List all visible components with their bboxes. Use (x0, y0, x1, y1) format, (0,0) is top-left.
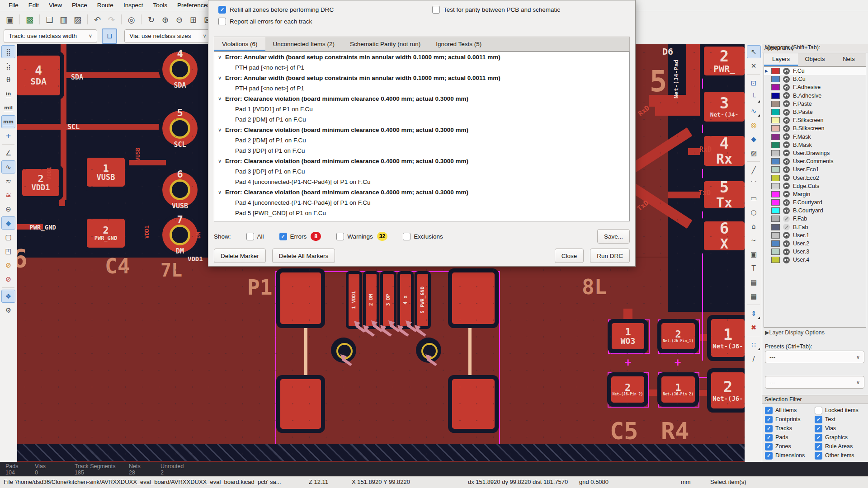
properties-panel-icon[interactable]: ⚙ (1, 304, 15, 317)
drc-tab-schematic-parity-not-run-[interactable]: Schematic Parity (not run) (342, 37, 428, 51)
violation-item[interactable]: Pad 3 [/DP] of P1 on F.Cu (214, 145, 629, 156)
polar-coords-icon[interactable]: θ (1, 73, 15, 86)
layer-color-swatch[interactable] (771, 175, 780, 181)
ratsnest-curved-icon[interactable]: ≈ (1, 174, 15, 188)
eye-icon[interactable] (783, 240, 790, 247)
layer-color-swatch[interactable] (771, 125, 780, 131)
zoom-in-icon[interactable]: ⊕ (159, 14, 171, 26)
chevron-down-icon[interactable]: ∨ (218, 189, 225, 195)
eye-icon[interactable] (783, 76, 790, 83)
layer-color-swatch[interactable] (771, 134, 780, 140)
board-text[interactable]: D6 (662, 47, 673, 56)
draw-arc-icon[interactable]: ⌒ (747, 178, 761, 191)
layer-row-user-drawings[interactable]: User.Drawings (764, 149, 866, 157)
route-tracks-icon[interactable]: └ (747, 90, 761, 103)
smd-pad[interactable]: 2PWR_ (704, 47, 745, 75)
eye-icon[interactable] (783, 100, 790, 107)
measure-tool-icon[interactable]: ∕ (747, 352, 761, 365)
smd-pad[interactable]: 6X (704, 221, 745, 250)
save-report-button[interactable]: Save... (597, 229, 630, 244)
chevron-down-icon[interactable]: ∨ (218, 96, 225, 102)
eye-icon[interactable] (783, 191, 790, 197)
net-highlight-tool-icon[interactable]: ✕ (747, 59, 761, 72)
copper-track[interactable] (59, 180, 65, 206)
eye-icon[interactable] (783, 141, 790, 148)
layer-row-b-paste[interactable]: B.Paste (764, 108, 866, 116)
redo-icon[interactable]: ↷ (105, 14, 118, 26)
close-button[interactable]: Close (555, 249, 584, 263)
eye-icon[interactable] (783, 174, 790, 181)
save-icon[interactable]: ▣ (4, 14, 16, 26)
auto-track-width-button[interactable]: ⊔ (102, 28, 117, 44)
layer-row-b-courtyard[interactable]: B.Courtyard (764, 206, 866, 215)
drc-tab-violations-6-[interactable]: Violations (6) (214, 37, 265, 51)
checkbox[interactable]: ✓ (765, 434, 773, 441)
board-text[interactable]: + (625, 357, 631, 368)
violation-item[interactable]: PTH pad [<no net>] of P1 (214, 62, 629, 73)
checkbox[interactable]: ✓ (815, 425, 822, 432)
menu-item-place[interactable]: Place (67, 0, 92, 11)
drc-violations-list[interactable]: ∨Error: Annular width (board setup const… (214, 52, 630, 221)
smd-pad[interactable]: 2VDD1 (22, 169, 59, 196)
violation-item[interactable]: PTH pad [<no net>] of P1 (214, 83, 629, 94)
eye-icon[interactable] (783, 92, 790, 99)
free-angle-icon[interactable]: ∠ (1, 146, 15, 160)
layer-color-swatch[interactable] (771, 84, 780, 90)
print-icon[interactable]: ▥ (57, 14, 70, 26)
checkbox[interactable]: ✓ (279, 233, 287, 240)
pad-outline-icon[interactable]: ⊘ (1, 258, 15, 272)
checkbox[interactable] (336, 233, 344, 240)
checkbox[interactable]: ✓ (765, 443, 773, 450)
layer-color-swatch[interactable] (771, 76, 780, 82)
smd-pad[interactable]: 2 DM (366, 274, 377, 326)
route-diff-pair-icon[interactable]: ∿ (747, 104, 761, 117)
draw-circle-icon[interactable]: ○ (747, 206, 761, 219)
violation-item[interactable]: Pad 4 [unconnected-(P1-NC-Pad4)] of P1 o… (214, 197, 629, 208)
layer-color-swatch[interactable] (771, 199, 780, 206)
board-text[interactable]: C5 (610, 419, 638, 443)
layer-color-swatch[interactable] (771, 158, 780, 164)
select-tool-icon[interactable]: ↖ (747, 45, 761, 58)
eye-icon[interactable] (783, 84, 790, 91)
chevron-down-icon[interactable]: ∨ (218, 127, 225, 133)
add-text-icon[interactable]: T (747, 262, 761, 275)
layer-row-f-mask[interactable]: F.Mask (764, 133, 866, 141)
menu-item-view[interactable]: View (44, 0, 67, 11)
layer-color-swatch[interactable] (771, 224, 780, 230)
drc-tab-unconnected-items-2-[interactable]: Unconnected Items (2) (265, 37, 343, 51)
eye-icon[interactable] (783, 207, 790, 214)
board-text[interactable]: R4 (661, 419, 689, 443)
violation-item[interactable]: Pad 1 [/VDD1] of P1 on F.Cu (214, 104, 629, 114)
board-text[interactable]: VDD1 (47, 167, 52, 180)
smd-pad[interactable]: 2Net-(J6-Pin_2) (611, 376, 644, 403)
zoom-out-icon[interactable]: ⊖ (173, 14, 185, 26)
grid-visibility-icon[interactable]: ⣿ (1, 45, 15, 58)
checkbox[interactable] (815, 407, 822, 414)
eye-icon[interactable] (783, 133, 790, 140)
violation-row[interactable]: ∨Error: Annular width (board setup const… (214, 73, 629, 83)
presets-select[interactable]: --- ∨ (765, 351, 864, 363)
menu-item-route[interactable]: Route (92, 0, 118, 11)
layer-row-f-silkscreen[interactable]: F.Silkscreen (764, 116, 866, 124)
layer-color-swatch[interactable] (771, 183, 780, 189)
layer-color-swatch[interactable] (771, 216, 780, 222)
layer-row-f-paste[interactable]: F.Paste (764, 100, 866, 108)
units-inches-icon[interactable]: in (1, 87, 15, 100)
draw-rectangle-icon[interactable]: ▭ (747, 192, 761, 205)
layer-color-swatch[interactable] (771, 93, 780, 99)
checkbox[interactable]: ✓ (218, 6, 226, 14)
board-text[interactable]: 8L (582, 277, 607, 297)
eye-icon[interactable] (783, 68, 790, 75)
board-text[interactable]: Net-(J4-Pad (673, 60, 679, 99)
copper-track[interactable] (655, 107, 704, 116)
layer-display-options[interactable]: ▶Layer Display Options (765, 329, 825, 336)
layer-row-margin[interactable]: Margin (764, 190, 866, 198)
draw-bezier-icon[interactable]: ～ (747, 234, 761, 247)
layer-color-swatch[interactable] (771, 68, 780, 74)
net-dim-icon[interactable]: ⊝ (1, 202, 15, 216)
checkbox[interactable]: ✓ (765, 452, 773, 460)
violation-row[interactable]: ∨Error: Clearance violation (board minim… (214, 156, 629, 166)
through-hole-pad[interactable]: 4SDA (162, 52, 198, 87)
smd-pad[interactable]: 4SDA (17, 56, 60, 95)
checkbox[interactable]: ✓ (815, 452, 822, 460)
